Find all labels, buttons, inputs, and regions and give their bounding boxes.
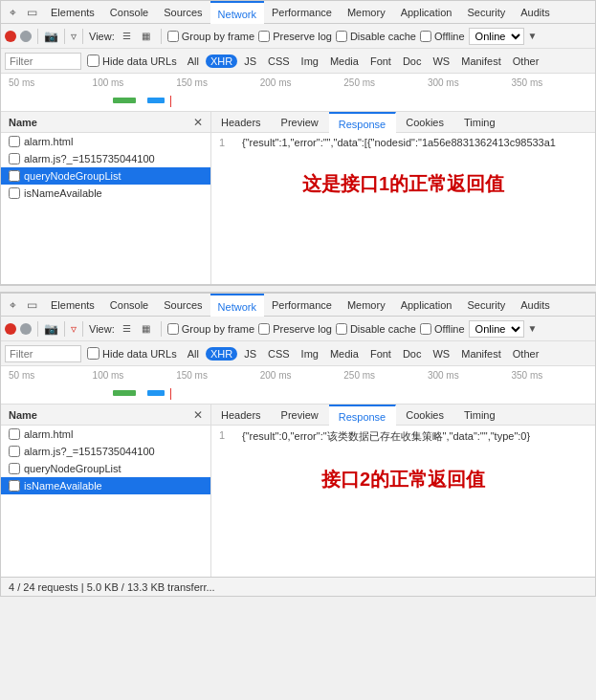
inspect-icon[interactable]: ⌖ (5, 5, 20, 20)
grid-view-btn-2[interactable]: ▦ (138, 320, 155, 338)
filter-icon-2[interactable]: ▿ (71, 322, 77, 336)
tab-timing-2[interactable]: Timing (454, 405, 506, 426)
more-icon[interactable]: ▼ (528, 31, 538, 41)
clear-button[interactable] (20, 31, 32, 42)
tab-application-1[interactable]: Application (393, 1, 460, 24)
filter-other[interactable]: Other (508, 55, 544, 68)
disable-cache-checkbox-2[interactable] (336, 323, 347, 335)
tab-response-2[interactable]: Response (329, 405, 397, 426)
tab-headers-1[interactable]: Headers (211, 112, 272, 133)
filter-all-2[interactable]: All (183, 347, 204, 361)
hide-data-label[interactable]: Hide data URLs (87, 55, 177, 67)
filter-media-2[interactable]: Media (325, 347, 364, 361)
device-icon-2[interactable]: ▭ (24, 297, 39, 313)
tab-security-1[interactable]: Security (459, 1, 513, 24)
tab-memory-2[interactable]: Memory (340, 294, 393, 317)
group-by-frame-checkbox[interactable] (167, 31, 179, 42)
file-item-query-1[interactable]: queryNodeGroupList (1, 167, 210, 185)
tab-elements-1[interactable]: Elements (43, 1, 102, 24)
list-view-btn-2[interactable]: ☰ (119, 320, 136, 338)
filter-xhr[interactable]: XHR (206, 55, 237, 68)
record-button-2[interactable] (5, 323, 16, 335)
file-item-alarm-js-1[interactable]: alarm.js?_=1515735044100 (1, 150, 210, 167)
filter-ws-2[interactable]: WS (428, 347, 454, 361)
tab-cookies-1[interactable]: Cookies (396, 112, 454, 133)
filter-css[interactable]: CSS (263, 55, 295, 68)
disable-cache-checkbox[interactable] (336, 31, 347, 42)
tab-console-1[interactable]: Console (102, 1, 156, 24)
filter-font-2[interactable]: Font (365, 347, 396, 361)
disable-cache-label-2[interactable]: Disable cache (336, 323, 416, 335)
tab-network-1[interactable]: Network (210, 1, 264, 24)
disable-cache-label[interactable]: Disable cache (336, 31, 416, 42)
offline-label-2[interactable]: Offline (420, 323, 465, 335)
tab-elements-2[interactable]: Elements (43, 294, 102, 317)
tab-headers-2[interactable]: Headers (211, 405, 272, 426)
filter-img-2[interactable]: Img (297, 347, 323, 361)
group-by-frame-checkbox-2[interactable] (167, 323, 179, 335)
camera-icon-2[interactable]: 📷 (44, 322, 58, 336)
tab-security-2[interactable]: Security (459, 294, 513, 317)
close-detail-btn-1[interactable]: ✕ (193, 116, 203, 129)
offline-checkbox[interactable] (420, 31, 431, 42)
inspect-icon-2[interactable]: ⌖ (5, 297, 20, 313)
tab-network-2[interactable]: Network (210, 294, 264, 317)
hide-data-checkbox[interactable] (87, 55, 99, 67)
hide-data-checkbox-2[interactable] (87, 347, 99, 360)
file-item-query-2[interactable]: queryNodeGroupList (1, 460, 210, 477)
tab-application-2[interactable]: Application (393, 294, 460, 317)
preserve-log-label[interactable]: Preserve log (258, 31, 332, 42)
tab-performance-2[interactable]: Performance (264, 294, 340, 317)
filter-manifest-2[interactable]: Manifest (456, 347, 506, 361)
file-item-alarm-js-2[interactable]: alarm.js?_=1515735044100 (1, 443, 210, 460)
record-button[interactable] (5, 31, 16, 42)
file-item-alarm-html-1[interactable]: alarm.html (1, 133, 210, 150)
preserve-log-checkbox[interactable] (258, 31, 270, 42)
tab-audits-2[interactable]: Audits (513, 294, 558, 317)
file-item-isname-1[interactable]: isNameAvailable (1, 185, 210, 202)
filter-js-2[interactable]: JS (239, 347, 261, 361)
filter-xhr-2[interactable]: XHR (206, 347, 237, 361)
device-icon[interactable]: ▭ (24, 5, 39, 20)
list-view-btn[interactable]: ☰ (119, 28, 136, 45)
tab-console-2[interactable]: Console (102, 294, 156, 317)
tab-sources-2[interactable]: Sources (156, 294, 210, 317)
tab-timing-1[interactable]: Timing (454, 112, 506, 133)
filter-input-1[interactable] (5, 53, 81, 70)
grid-view-btn[interactable]: ▦ (138, 28, 155, 45)
file-checkbox-2[interactable] (9, 153, 20, 164)
preserve-log-label-2[interactable]: Preserve log (258, 323, 332, 335)
throttle-select-2[interactable]: Online (469, 320, 524, 338)
preserve-log-checkbox-2[interactable] (258, 323, 270, 335)
tab-cookies-2[interactable]: Cookies (396, 405, 454, 426)
tab-preview-1[interactable]: Preview (272, 112, 329, 133)
file-checkbox-3[interactable] (9, 170, 20, 182)
file-checkbox-5[interactable] (9, 428, 20, 440)
filter-ws[interactable]: WS (428, 55, 454, 68)
more-icon-2[interactable]: ▼ (528, 323, 538, 334)
file-checkbox-1[interactable] (9, 136, 20, 147)
clear-button-2[interactable] (20, 323, 32, 335)
tab-performance-1[interactable]: Performance (264, 1, 340, 24)
tab-sources-1[interactable]: Sources (156, 1, 210, 24)
filter-other-2[interactable]: Other (508, 347, 544, 361)
filter-icon[interactable]: ▿ (71, 30, 77, 43)
offline-checkbox-2[interactable] (420, 323, 431, 335)
tab-memory-1[interactable]: Memory (340, 1, 393, 24)
hide-data-label-2[interactable]: Hide data URLs (87, 347, 177, 360)
filter-media[interactable]: Media (325, 55, 364, 68)
throttle-select[interactable]: Online (469, 28, 524, 45)
close-detail-btn-2[interactable]: ✕ (193, 408, 203, 422)
filter-font[interactable]: Font (365, 55, 396, 68)
filter-all[interactable]: All (183, 55, 204, 68)
group-by-frame-label-2[interactable]: Group by frame (167, 323, 254, 335)
file-item-isname-2[interactable]: isNameAvailable (1, 477, 210, 494)
filter-css-2[interactable]: CSS (263, 347, 295, 361)
offline-label[interactable]: Offline (420, 31, 465, 42)
tab-audits-1[interactable]: Audits (513, 1, 558, 24)
tab-preview-2[interactable]: Preview (272, 405, 329, 426)
file-checkbox-8[interactable] (9, 480, 20, 492)
filter-manifest[interactable]: Manifest (456, 55, 506, 68)
filter-img[interactable]: Img (297, 55, 323, 68)
filter-js[interactable]: JS (239, 55, 261, 68)
